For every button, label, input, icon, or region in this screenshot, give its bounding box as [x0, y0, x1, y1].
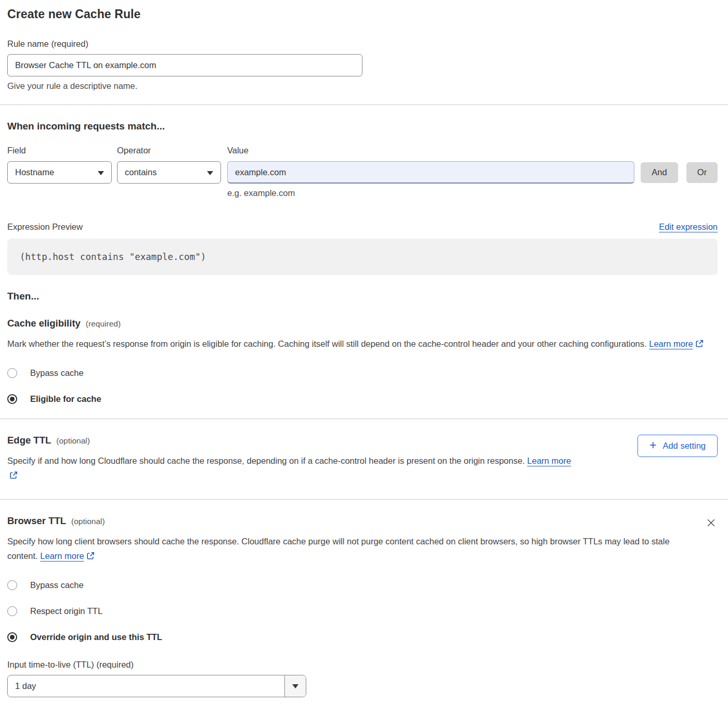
edge-ttl-section: Edge TTL (optional) Specify if and how l…: [7, 435, 718, 484]
field-select[interactable]: Hostname: [7, 161, 112, 184]
operator-label: Operator: [117, 146, 221, 161]
edge-ttl-learn-more-link[interactable]: Learn more: [527, 456, 571, 465]
ttl-input-label: Input time-to-live (TTL) (required): [7, 660, 718, 670]
operator-select-value: contains: [125, 167, 157, 177]
remove-browser-ttl-button[interactable]: [705, 516, 718, 531]
section-divider: [0, 419, 728, 419]
radio-eligible-for-cache[interactable]: Eligible for cache: [7, 394, 718, 404]
ttl-select-arrow-box[interactable]: [284, 675, 306, 697]
and-button[interactable]: And: [641, 162, 678, 183]
browser-ttl-learn-more-link[interactable]: Learn more: [40, 551, 84, 560]
radio-icon: [7, 580, 17, 590]
section-divider: [0, 499, 728, 500]
expression-preview-label: Expression Preview: [7, 222, 83, 232]
edit-expression-link[interactable]: Edit expression: [659, 222, 718, 232]
ttl-select[interactable]: 1 day: [7, 675, 306, 697]
rule-name-section: Rule name (required) Give your rule a de…: [7, 39, 718, 91]
external-link-icon: [695, 337, 704, 352]
value-help: e.g. example.com: [227, 184, 634, 198]
radio-icon: [7, 394, 17, 404]
cache-eligibility-description: Mark whether the request’s response from…: [7, 339, 647, 348]
edge-ttl-qualifier: (optional): [56, 436, 90, 446]
browser-ttl-qualifier: (optional): [71, 517, 105, 526]
or-button[interactable]: Or: [686, 162, 718, 183]
radio-browser-bypass-cache[interactable]: Bypass cache: [7, 580, 718, 590]
ttl-select-value: 1 day: [8, 675, 284, 697]
radio-override-origin-ttl[interactable]: Override origin and use this TTL: [7, 632, 718, 642]
page-title: Create new Cache Rule: [7, 7, 718, 21]
expression-preview-row: Expression Preview Edit expression: [7, 222, 718, 232]
value-label: Value: [227, 146, 634, 161]
cache-eligibility-learn-more-link[interactable]: Learn more: [649, 339, 693, 348]
create-cache-rule-form: Create new Cache Rule Rule name (require…: [0, 0, 728, 704]
edge-ttl-description: Specify if and how long Cloudflare shoul…: [7, 456, 525, 465]
operator-select[interactable]: contains: [117, 161, 221, 184]
rule-name-help: Give your rule a descriptive name.: [7, 81, 718, 91]
add-setting-label: Add setting: [662, 441, 706, 451]
radio-icon: [7, 606, 17, 616]
close-icon: [706, 517, 717, 528]
browser-ttl-description: Specify how long client browsers should …: [7, 537, 670, 560]
field-select-value: Hostname: [15, 167, 54, 177]
plus-icon: +: [649, 439, 656, 451]
radio-bypass-cache[interactable]: Bypass cache: [7, 368, 718, 378]
chevron-down-icon: [292, 684, 298, 688]
match-condition-row: Field Operator Value Hostname contains A…: [7, 146, 718, 198]
chevron-down-icon: [207, 171, 213, 175]
rule-name-input[interactable]: [7, 54, 362, 76]
rule-name-label: Rule name (required): [7, 39, 718, 49]
add-setting-button[interactable]: + Add setting: [638, 435, 718, 457]
external-link-icon: [9, 469, 18, 484]
expression-code: (http.host contains "example.com"): [7, 239, 718, 275]
radio-icon: [7, 368, 17, 378]
chevron-down-icon: [98, 171, 104, 175]
browser-ttl-section: Browser TTL (optional) Specify how long …: [7, 515, 718, 697]
cache-eligibility-section: Cache eligibility (required) Mark whethe…: [7, 318, 718, 404]
field-label: Field: [7, 146, 112, 161]
cache-eligibility-qualifier: (required): [86, 319, 121, 329]
radio-icon: [7, 632, 17, 642]
radio-respect-origin-ttl[interactable]: Respect origin TTL: [7, 606, 718, 616]
section-divider: [0, 105, 728, 105]
then-heading: Then...: [7, 291, 718, 302]
value-input[interactable]: [227, 161, 634, 184]
cache-eligibility-heading: Cache eligibility: [7, 318, 81, 329]
match-heading: When incoming requests match...: [7, 121, 718, 132]
browser-ttl-heading: Browser TTL: [7, 515, 66, 527]
edge-ttl-heading: Edge TTL: [7, 435, 51, 446]
external-link-icon: [86, 550, 95, 564]
